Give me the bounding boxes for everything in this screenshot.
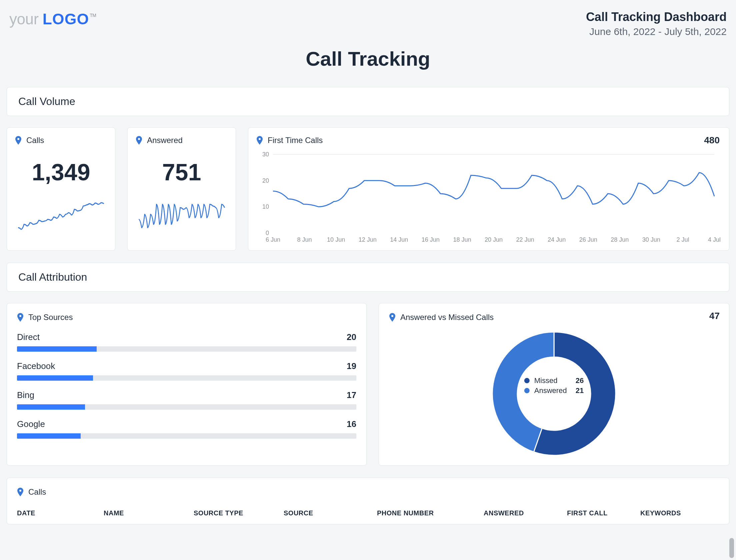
first-time-calls-card: First Time Calls 480 01020306 Jun8 Jun10… bbox=[248, 127, 729, 251]
legend-answered-value: 21 bbox=[576, 386, 584, 395]
col-source-type[interactable]: SOURCE TYPE bbox=[194, 509, 284, 517]
pin-icon bbox=[256, 136, 263, 145]
legend-dot-icon bbox=[524, 378, 530, 383]
legend-answered: Answered 21 bbox=[524, 386, 584, 395]
pin-icon bbox=[17, 313, 24, 322]
ftc-total: 480 bbox=[704, 135, 720, 146]
section-call-attribution: Call Attribution bbox=[7, 263, 729, 292]
top-sources-card: Top Sources Direct20Facebook19Bing17Goog… bbox=[7, 303, 367, 466]
svg-text:18 Jun: 18 Jun bbox=[453, 236, 471, 243]
svg-text:14 Jun: 14 Jun bbox=[390, 236, 408, 243]
svg-text:26 Jun: 26 Jun bbox=[579, 236, 597, 243]
donut-label: Answered vs Missed Calls bbox=[400, 313, 494, 322]
source-bar-bg bbox=[17, 346, 356, 352]
legend-dot-icon bbox=[524, 388, 530, 393]
kpi-row: Calls 1,349 Answered 751 First Time Call… bbox=[7, 127, 729, 251]
pin-icon bbox=[136, 136, 142, 145]
svg-text:6 Jun: 6 Jun bbox=[266, 236, 280, 243]
pin-icon bbox=[17, 488, 24, 496]
donut-total: 47 bbox=[709, 311, 720, 321]
date-range: June 6th, 2022 - July 5th, 2022 bbox=[586, 26, 727, 37]
logo-blue-text: LOGO bbox=[43, 10, 89, 28]
source-row: Bing17 bbox=[17, 390, 356, 410]
col-first-call[interactable]: FIRST CALL bbox=[567, 509, 640, 517]
source-row: Direct20 bbox=[17, 332, 356, 352]
legend-answered-label: Answered bbox=[534, 386, 571, 395]
pin-icon bbox=[389, 313, 396, 322]
source-value: 20 bbox=[347, 332, 356, 342]
col-answered[interactable]: ANSWERED bbox=[484, 509, 567, 517]
svg-text:30 Jun: 30 Jun bbox=[642, 236, 660, 243]
pin-icon bbox=[15, 136, 22, 145]
svg-text:2 Jul: 2 Jul bbox=[676, 236, 689, 243]
header-right: Call Tracking Dashboard June 6th, 2022 -… bbox=[586, 10, 727, 37]
answered-vs-missed-card: Answered vs Missed Calls 47 Missed 26 An… bbox=[379, 303, 729, 466]
col-date[interactable]: DATE bbox=[17, 509, 104, 517]
source-name: Bing bbox=[17, 390, 34, 400]
source-value: 16 bbox=[347, 419, 356, 429]
svg-text:12 Jun: 12 Jun bbox=[359, 236, 377, 243]
answered-card: Answered 751 bbox=[127, 127, 236, 251]
svg-text:28 Jun: 28 Jun bbox=[611, 236, 629, 243]
source-bar-bg bbox=[17, 433, 356, 439]
svg-text:16 Jun: 16 Jun bbox=[422, 236, 440, 243]
legend-missed: Missed 26 bbox=[524, 376, 584, 385]
source-value: 17 bbox=[347, 390, 356, 400]
source-value: 19 bbox=[347, 361, 356, 371]
logo-gray-text: your bbox=[9, 10, 43, 28]
ftc-label: First Time Calls bbox=[268, 136, 323, 145]
source-name: Facebook bbox=[17, 361, 55, 371]
page-title: Call Tracking bbox=[7, 47, 729, 70]
answered-card-label: Answered bbox=[147, 136, 183, 145]
top-sources-label: Top Sources bbox=[28, 313, 73, 322]
calls-card-label: Calls bbox=[26, 136, 44, 145]
svg-text:8 Jun: 8 Jun bbox=[297, 236, 312, 243]
source-name: Google bbox=[17, 419, 45, 429]
source-name: Direct bbox=[17, 332, 40, 342]
calls-table-card: Calls DATE NAME SOURCE TYPE SOURCE PHONE… bbox=[7, 478, 729, 524]
legend-missed-value: 26 bbox=[576, 376, 584, 385]
calls-table-label: Calls bbox=[28, 487, 46, 497]
calls-value: 1,349 bbox=[15, 159, 107, 186]
source-row: Facebook19 bbox=[17, 361, 356, 381]
ftc-line-chart: 01020306 Jun8 Jun10 Jun12 Jun14 Jun16 Ju… bbox=[256, 151, 721, 244]
source-bar-fill bbox=[17, 433, 81, 439]
dashboard-title: Call Tracking Dashboard bbox=[586, 10, 727, 24]
brand-logo: your LOGOTM bbox=[9, 10, 95, 28]
source-bar-fill bbox=[17, 375, 93, 381]
calls-card: Calls 1,349 bbox=[7, 127, 115, 251]
source-bar-fill bbox=[17, 404, 85, 410]
logo-tm: TM bbox=[90, 13, 96, 18]
attribution-row: Top Sources Direct20Facebook19Bing17Goog… bbox=[7, 303, 729, 466]
svg-text:20: 20 bbox=[262, 177, 269, 184]
calls-sparkline bbox=[15, 194, 107, 234]
donut-legend: Missed 26 Answered 21 bbox=[524, 375, 584, 396]
col-source[interactable]: SOURCE bbox=[284, 509, 377, 517]
col-phone[interactable]: PHONE NUMBER bbox=[377, 509, 484, 517]
top-sources-list: Direct20Facebook19Bing17Google16 bbox=[17, 332, 356, 439]
svg-text:24 Jun: 24 Jun bbox=[548, 236, 566, 243]
answered-value: 751 bbox=[136, 159, 228, 186]
col-name[interactable]: NAME bbox=[104, 509, 194, 517]
source-bar-fill bbox=[17, 346, 97, 352]
section-call-volume: Call Volume bbox=[7, 87, 729, 116]
svg-text:4 Jul: 4 Jul bbox=[708, 236, 721, 243]
answered-sparkline bbox=[136, 194, 228, 234]
svg-text:20 Jun: 20 Jun bbox=[485, 236, 503, 243]
source-bar-bg bbox=[17, 404, 356, 410]
svg-text:10: 10 bbox=[262, 203, 269, 210]
source-row: Google16 bbox=[17, 419, 356, 439]
calls-table-header: DATE NAME SOURCE TYPE SOURCE PHONE NUMBE… bbox=[17, 509, 719, 517]
source-bar-bg bbox=[17, 375, 356, 381]
top-bar: your LOGOTM Call Tracking Dashboard June… bbox=[7, 7, 729, 37]
col-keywords[interactable]: KEYWORDS bbox=[640, 509, 719, 517]
svg-text:0: 0 bbox=[266, 230, 269, 236]
svg-text:30: 30 bbox=[262, 151, 269, 158]
svg-text:10 Jun: 10 Jun bbox=[327, 236, 345, 243]
legend-missed-label: Missed bbox=[534, 376, 571, 385]
svg-text:22 Jun: 22 Jun bbox=[516, 236, 534, 243]
